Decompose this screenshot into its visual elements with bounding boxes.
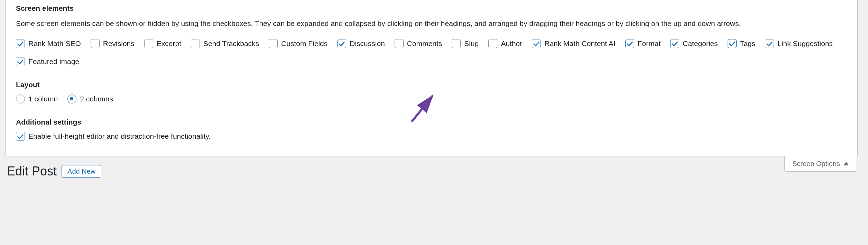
checkbox-label: Enable full-height editor and distractio…	[28, 132, 211, 140]
layout-heading: Layout	[16, 71, 847, 94]
format-checkbox[interactable]	[625, 39, 634, 48]
revisions-checkbox[interactable]	[91, 39, 100, 48]
custom-fields-checkbox[interactable]	[269, 39, 278, 48]
checkbox-label: Categories	[683, 39, 718, 48]
checkbox-option-slug[interactable]: Slug	[452, 39, 479, 48]
screen-elements-heading: Screen elements	[16, 0, 847, 18]
layout-radio-group: 1 column2 columns	[16, 94, 847, 108]
checkbox-label: Slug	[464, 39, 479, 48]
radio-label: 2 columns	[80, 95, 113, 103]
checkbox-label: Excerpt	[157, 39, 181, 48]
checkbox-option-send-trackbacks[interactable]: Send Trackbacks	[191, 39, 259, 48]
checkbox-option-custom-fields[interactable]: Custom Fields	[269, 39, 327, 48]
checkbox-option-rank-math-seo[interactable]: Rank Math SEO	[16, 39, 81, 48]
checkbox-label: Format	[638, 39, 661, 48]
screen-options-toggle-label: Screen Options	[792, 160, 840, 168]
excerpt-checkbox[interactable]	[144, 39, 153, 48]
rank-math-seo-checkbox[interactable]	[16, 39, 25, 48]
checkbox-label: Author	[501, 39, 522, 48]
comments-checkbox[interactable]	[395, 39, 404, 48]
checkbox-option-link-suggestions[interactable]: Link Suggestions	[765, 39, 833, 48]
checkbox-option-rank-math-content-ai[interactable]: Rank Math Content AI	[532, 39, 615, 48]
rank-math-content-ai-checkbox[interactable]	[532, 39, 541, 48]
checkbox-label: Custom Fields	[281, 39, 327, 48]
additional-settings-group: Enable full-height editor and distractio…	[16, 132, 847, 146]
slug-checkbox[interactable]	[452, 39, 461, 48]
featured-image-checkbox[interactable]	[16, 57, 25, 66]
layout-option-2-column[interactable]: 2 columns	[67, 94, 113, 103]
author-checkbox[interactable]	[488, 39, 497, 48]
screen-options-toggle[interactable]: Screen Options	[784, 156, 857, 172]
checkbox-option-format[interactable]: Format	[625, 39, 661, 48]
page-title: Edit Post	[7, 164, 57, 179]
checkbox-label: Discussion	[350, 39, 385, 48]
checkbox-option-comments[interactable]: Comments	[395, 39, 442, 48]
checkbox-label: Revisions	[103, 39, 135, 48]
layout-option-1-column[interactable]: 1 column	[16, 94, 58, 103]
send-trackbacks-checkbox[interactable]	[191, 39, 200, 48]
checkbox-label: Rank Math SEO	[28, 39, 81, 48]
checkbox-label: Featured image	[28, 57, 79, 66]
checkbox-label: Comments	[407, 39, 442, 48]
additional-settings-heading: Additional settings	[16, 108, 847, 132]
page-header: Screen Options Edit Post Add New	[0, 156, 868, 179]
checkbox-option-author[interactable]: Author	[488, 39, 522, 48]
add-new-button[interactable]: Add New	[62, 165, 101, 178]
screen-elements-description: Some screen elements can be shown or hid…	[16, 18, 847, 39]
checkbox-option-tags[interactable]: Tags	[728, 39, 755, 48]
checkbox-label: Link Suggestions	[777, 39, 833, 48]
layout-radio-2[interactable]	[67, 94, 76, 103]
full-height-editor-checkbox[interactable]	[16, 132, 25, 141]
discussion-checkbox[interactable]	[337, 39, 346, 48]
tags-checkbox[interactable]	[728, 39, 737, 48]
layout-radio-1[interactable]	[16, 94, 25, 103]
screen-elements-checkbox-group: Rank Math SEORevisionsExcerptSend Trackb…	[16, 39, 847, 71]
link-suggestions-checkbox[interactable]	[765, 39, 774, 48]
checkbox-option-featured-image[interactable]: Featured image	[16, 57, 79, 66]
checkbox-option-categories[interactable]: Categories	[670, 39, 718, 48]
checkbox-label: Send Trackbacks	[203, 39, 259, 48]
screen-options-panel: Screen elements Some screen elements can…	[5, 0, 858, 156]
chevron-up-icon	[843, 162, 849, 165]
checkbox-option-excerpt[interactable]: Excerpt	[144, 39, 181, 48]
radio-label: 1 column	[28, 95, 58, 103]
categories-checkbox[interactable]	[670, 39, 679, 48]
checkbox-option-discussion[interactable]: Discussion	[337, 39, 385, 48]
checkbox-label: Rank Math Content AI	[544, 39, 615, 48]
additional-option-full-height-editor[interactable]: Enable full-height editor and distractio…	[16, 132, 211, 141]
checkbox-option-revisions[interactable]: Revisions	[91, 39, 135, 48]
checkbox-label: Tags	[740, 39, 755, 48]
